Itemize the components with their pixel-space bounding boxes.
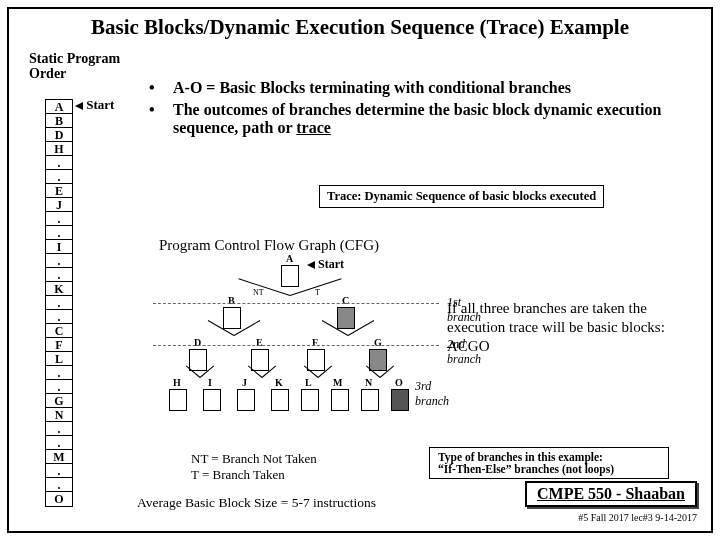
node-d — [189, 349, 207, 371]
node-e — [251, 349, 269, 371]
program-cell: . — [46, 254, 72, 268]
program-cell: . — [46, 464, 72, 478]
node-g — [369, 349, 387, 371]
node-f — [307, 349, 325, 371]
start-arrow: Start — [75, 97, 114, 113]
program-cell: J — [46, 198, 72, 212]
course-box: CMPE 550 - Shaaban — [525, 481, 697, 507]
program-cell: . — [46, 380, 72, 394]
program-cell: I — [46, 240, 72, 254]
program-cell: D — [46, 128, 72, 142]
cfg-start-label: Start — [307, 257, 344, 272]
program-cell: E — [46, 184, 72, 198]
node-a — [281, 265, 299, 287]
node-c — [337, 307, 355, 329]
avg-size-note: Average Basic Block Size = 5-7 instructi… — [137, 495, 376, 511]
branch-3-label: 3rd branch — [415, 379, 449, 409]
program-cell: A — [46, 100, 72, 114]
program-column: ABDH..EJ..I..K..CFL..GN..M..O — [45, 99, 73, 507]
trace-explanation: If all three branches are taken the exec… — [447, 299, 707, 355]
legend: NT = Branch Not Taken T = Branch Taken — [191, 451, 317, 482]
program-cell: . — [46, 436, 72, 450]
lecture-info: #5 Fall 2017 lec#3 9-14-2017 — [578, 512, 697, 523]
static-order-label: Static ProgramOrder — [29, 51, 120, 82]
page-title: Basic Blocks/Dynamic Execution Sequence … — [9, 15, 711, 40]
bullet-item: The outcomes of branches determine the b… — [149, 101, 689, 137]
program-cell: . — [46, 212, 72, 226]
program-cell: . — [46, 170, 72, 184]
program-cell: K — [46, 282, 72, 296]
branch-type-box: Type of branches in this example: “If-Th… — [429, 447, 669, 479]
program-cell: O — [46, 492, 72, 506]
program-cell: C — [46, 324, 72, 338]
node-m — [331, 389, 349, 411]
cfg-diagram: Start A NT T B C 1st branch D E F G 2nd … — [157, 259, 437, 434]
program-cell: H — [46, 142, 72, 156]
program-cell: F — [46, 338, 72, 352]
program-cell: . — [46, 422, 72, 436]
node-l — [301, 389, 319, 411]
program-cell: . — [46, 366, 72, 380]
node-o — [391, 389, 409, 411]
bullet-item: A-O = Basic Blocks terminating with cond… — [149, 79, 689, 97]
node-h — [169, 389, 187, 411]
node-b — [223, 307, 241, 329]
node-i — [203, 389, 221, 411]
program-cell: . — [46, 156, 72, 170]
program-cell: . — [46, 226, 72, 240]
node-k — [271, 389, 289, 411]
program-cell: N — [46, 408, 72, 422]
program-cell: . — [46, 268, 72, 282]
node-n — [361, 389, 379, 411]
program-cell: L — [46, 352, 72, 366]
node-j — [237, 389, 255, 411]
program-cell: . — [46, 478, 72, 492]
program-cell: . — [46, 296, 72, 310]
program-cell: G — [46, 394, 72, 408]
program-cell: B — [46, 114, 72, 128]
program-cell: . — [46, 310, 72, 324]
cfg-label: Program Control Flow Graph (CFG) — [159, 237, 379, 254]
bullet-list: A-O = Basic Blocks terminating with cond… — [149, 79, 689, 141]
program-cell: M — [46, 450, 72, 464]
trace-definition-box: Trace: Dynamic Sequence of basic blocks … — [319, 185, 604, 208]
